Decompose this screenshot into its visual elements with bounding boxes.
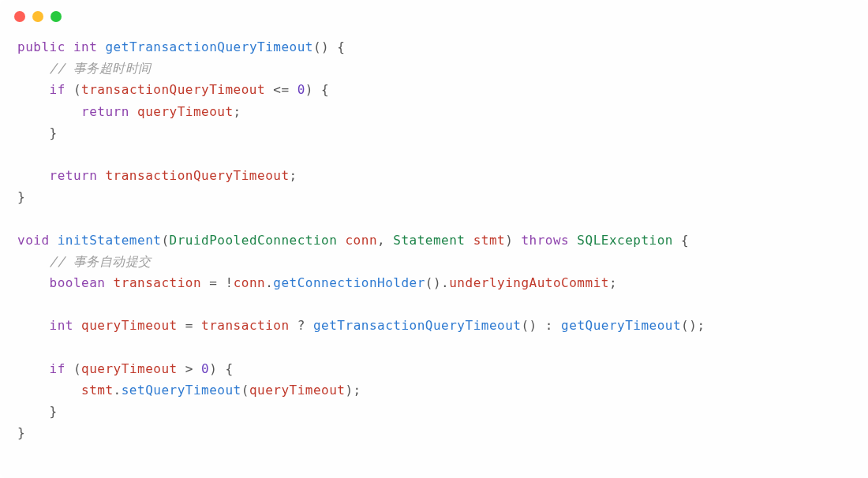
class-name: Statement [393, 233, 465, 248]
code-window: public int getTransactionQueryTimeout() … [0, 0, 868, 478]
dot: . [265, 275, 273, 290]
paren-open: ( [241, 383, 249, 398]
identifier: underlyingAutoCommit [449, 275, 609, 290]
method-call: getTransactionQueryTimeout [313, 318, 521, 333]
paren-open: ( [73, 82, 81, 97]
type-void: void [17, 233, 50, 248]
method-call: getQueryTimeout [561, 318, 681, 333]
method-call: getConnectionHolder [273, 275, 425, 290]
type-boolean: boolean [50, 275, 106, 290]
comma: , [377, 233, 393, 248]
identifier: queryTimeout [137, 104, 234, 119]
ternary-q: ? [297, 318, 305, 333]
close-icon[interactable] [14, 11, 25, 22]
code-block: public int getTransactionQueryTimeout() … [0, 28, 868, 452]
number: 0 [297, 82, 305, 97]
brace-close: } [50, 125, 58, 140]
type-int: int [73, 39, 97, 54]
window-titlebar [0, 0, 868, 28]
semicolon: ; [609, 275, 617, 290]
dot: . [114, 383, 122, 398]
brace-close: } [17, 425, 25, 440]
paren-close: ) { [305, 82, 329, 97]
paren-open: ( [73, 361, 81, 376]
method-call: setQueryTimeout [122, 383, 241, 398]
paren-close: ) { [209, 361, 233, 376]
number: 0 [201, 361, 209, 376]
brace-close: } [17, 189, 25, 204]
keyword-throws: throws [521, 233, 569, 248]
keyword-return: return [50, 168, 98, 183]
brace-open: { [681, 233, 689, 248]
parens: () { [313, 39, 346, 54]
identifier: queryTimeout [81, 318, 178, 333]
param: stmt [473, 233, 506, 248]
parens: (); [681, 318, 705, 333]
identifier: queryTimeout [81, 361, 178, 376]
identifier: queryTimeout [249, 383, 346, 398]
identifier: transactionQueryTimeout [105, 168, 289, 183]
operator: <= [273, 82, 289, 97]
class-name: DruidPooledConnection [170, 233, 338, 248]
paren-close: ); [345, 383, 361, 398]
identifier: transaction [201, 318, 289, 333]
brace-close: } [50, 404, 58, 419]
method-name: getTransactionQueryTimeout [105, 39, 312, 54]
paren-close: ) [505, 233, 521, 248]
zoom-icon[interactable] [51, 11, 62, 22]
paren-open: ( [161, 233, 169, 248]
comment: // 事务超时时间 [50, 61, 152, 76]
class-name: SQLException [577, 233, 673, 248]
semicolon: ; [234, 104, 241, 119]
keyword-public: public [17, 39, 65, 54]
operator: = ! [209, 275, 233, 290]
ternary-colon: : [545, 318, 553, 333]
parens: (). [425, 275, 449, 290]
type-int: int [50, 318, 73, 333]
comment: // 事务自动提交 [50, 254, 152, 269]
identifier: conn [234, 275, 266, 290]
keyword-if: if [50, 361, 65, 376]
semicolon: ; [290, 168, 297, 183]
operator: > [185, 361, 193, 376]
minimize-icon[interactable] [32, 11, 43, 22]
identifier: stmt [81, 383, 114, 398]
parens: () [521, 318, 544, 333]
keyword-return: return [81, 104, 129, 119]
method-name: initStatement [58, 233, 162, 248]
param: conn [345, 233, 377, 248]
identifier: transactionQueryTimeout [81, 82, 265, 97]
keyword-if: if [50, 82, 65, 97]
identifier: transaction [114, 275, 201, 290]
operator: = [185, 318, 201, 333]
